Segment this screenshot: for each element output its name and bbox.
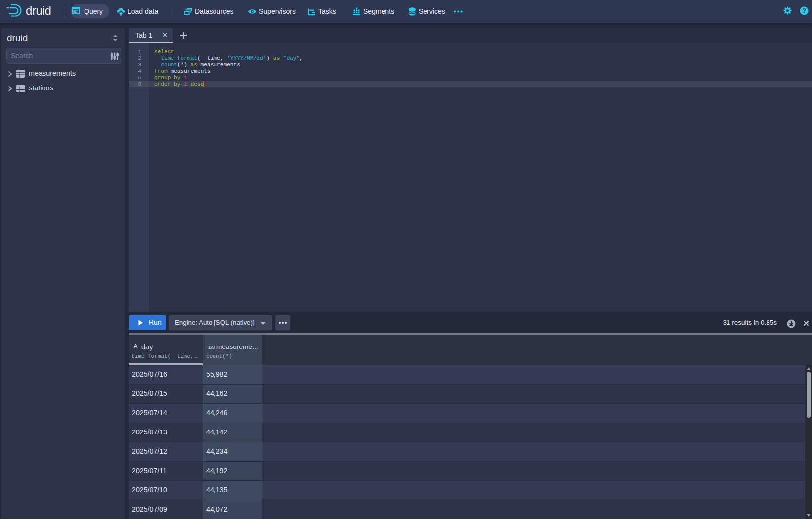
svg-text:?: ? xyxy=(802,7,806,14)
